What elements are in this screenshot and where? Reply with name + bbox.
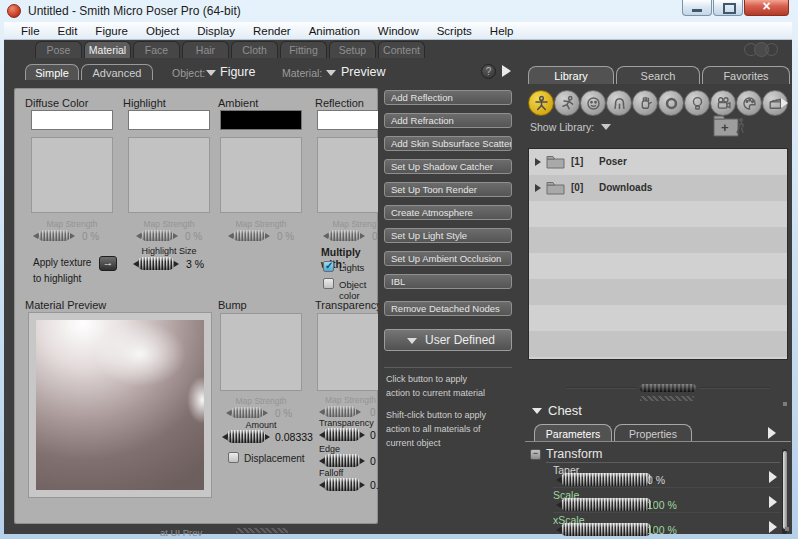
add-refraction-button[interactable]: Add Refraction [384, 113, 512, 128]
param-xscale-value[interactable]: 100 % [647, 524, 677, 536]
reflection-map-strength-value[interactable]: 0 [372, 231, 378, 242]
highlight-size-value[interactable]: 3 % [186, 258, 204, 270]
add-to-library-button[interactable]: + [712, 112, 748, 140]
tab-simple[interactable]: Simple [25, 64, 79, 80]
menu-animation[interactable]: Animation [300, 25, 369, 37]
parameters-menu-icon[interactable] [768, 427, 776, 439]
tab-advanced[interactable]: Advanced [81, 64, 153, 80]
bump-amount-dial[interactable] [222, 430, 270, 443]
transform-collapse-box[interactable] [530, 449, 541, 460]
lights-checkbox[interactable] [323, 261, 334, 272]
object-value[interactable]: Figure [220, 65, 255, 79]
set-up-toon-render-button[interactable]: Set Up Toon Render [384, 182, 512, 197]
bottom-drag-hatch[interactable] [236, 528, 288, 533]
parameters-scrollbar[interactable] [782, 449, 787, 534]
room-tab-fitting[interactable]: Fitting [280, 41, 327, 58]
tab-properties[interactable]: Properties [614, 424, 692, 442]
show-library-dropdown-icon[interactable] [601, 124, 611, 130]
transparency-map-strength-value[interactable]: 0 [370, 407, 376, 418]
transparency-value[interactable]: 0 [370, 429, 376, 441]
help-icon[interactable] [481, 64, 496, 79]
menu-edit[interactable]: Edit [49, 25, 87, 37]
add-skin-subsurface-scattering-button[interactable]: Add Skin Subsurface Scattering [384, 136, 512, 151]
falloff-value[interactable]: 0. [370, 479, 378, 491]
menu-render[interactable]: Render [244, 25, 300, 37]
param-xscale-menu-icon[interactable] [769, 521, 777, 533]
tab-favorites[interactable]: Favorites [702, 66, 790, 84]
param-taper-value[interactable]: 0 % [647, 474, 665, 486]
library-item-poser[interactable]: [1] Poser [529, 149, 787, 175]
create-atmosphere-button[interactable]: Create Atmosphere [384, 205, 512, 220]
ambient-map-strength-dial[interactable] [228, 230, 270, 241]
edge-dial[interactable] [319, 454, 365, 467]
library-drag-hatch[interactable] [640, 396, 694, 401]
room-tab-material[interactable]: Material [84, 41, 131, 58]
library-category-hands-icon[interactable] [632, 90, 658, 116]
highlight-map-strength-dial[interactable] [136, 230, 178, 241]
item-name[interactable]: Poser [599, 156, 627, 167]
material-dropdown-icon[interactable] [326, 70, 336, 76]
displacement-checkbox[interactable] [228, 452, 239, 463]
highlight-map-strength-value[interactable]: 0 % [185, 231, 202, 242]
param-scale-value[interactable]: 100 % [647, 499, 677, 511]
param-xscale-dial[interactable] [556, 523, 656, 536]
menu-window[interactable]: Window [369, 25, 428, 37]
reflection-map-preview[interactable] [317, 137, 378, 213]
transparency-map-preview[interactable] [317, 313, 378, 391]
menu-help[interactable]: Help [481, 25, 523, 37]
bump-amount-value[interactable]: 0.08333 [275, 431, 313, 443]
ambient-color-swatch[interactable] [220, 110, 302, 130]
menu-display[interactable]: Display [188, 25, 244, 37]
room-tab-content[interactable]: Content [378, 41, 425, 58]
room-tab-hair[interactable]: Hair [182, 41, 229, 58]
tab-library[interactable]: Library [528, 66, 614, 84]
expand-arrow-icon[interactable] [535, 184, 541, 192]
param-taper-menu-icon[interactable] [769, 471, 777, 483]
tab-search[interactable]: Search [616, 66, 700, 84]
menu-file[interactable]: File [12, 25, 49, 37]
bump-map-strength-value[interactable]: 0 % [275, 408, 292, 419]
set-up-light-style-button[interactable]: Set Up Light Style [384, 228, 512, 243]
apply-texture-button[interactable] [99, 256, 117, 271]
room-tab-pose[interactable]: Pose [35, 41, 82, 58]
highlight-map-preview[interactable] [128, 137, 210, 213]
dock-corner-handle[interactable] [783, 402, 787, 406]
ambient-map-preview[interactable] [220, 137, 302, 213]
library-category-poses-icon[interactable] [554, 90, 580, 116]
library-category-props-icon[interactable] [658, 90, 684, 116]
diffuse-map-strength-dial[interactable] [33, 230, 75, 241]
reflection-color-swatch[interactable] [317, 110, 378, 130]
room-tab-setup[interactable]: Setup [329, 41, 376, 58]
falloff-dial[interactable] [319, 478, 365, 491]
actor-name[interactable]: Chest [548, 403, 582, 418]
expand-arrow-icon[interactable] [535, 158, 541, 166]
diffuse-map-strength-value[interactable]: 0 % [82, 231, 99, 242]
menu-scripts[interactable]: Scripts [428, 25, 481, 37]
ibl-button[interactable]: IBL [384, 274, 512, 289]
object-dropdown-icon[interactable] [206, 70, 216, 76]
edge-value[interactable]: 0 [370, 455, 376, 467]
close-button[interactable] [744, 0, 789, 16]
library-category-expressions-icon[interactable] [580, 90, 606, 116]
highlight-size-dial[interactable] [133, 257, 179, 270]
bump-map-strength-dial[interactable] [226, 407, 268, 418]
library-category-hair-icon[interactable] [606, 90, 632, 116]
item-name[interactable]: Downloads [599, 182, 652, 193]
user-defined-button[interactable]: User Defined [384, 329, 512, 351]
library-category-figures-icon[interactable] [528, 90, 554, 116]
menu-object[interactable]: Object [137, 25, 188, 37]
set-up-ambient-occlusion-button[interactable]: Set Up Ambient Occlusion [384, 251, 512, 266]
tab-parameters[interactable]: Parameters [534, 424, 612, 442]
panel-expand-icon[interactable] [502, 65, 511, 77]
library-resize-grip[interactable] [640, 384, 696, 392]
ambient-map-strength-value[interactable]: 0 % [277, 231, 294, 242]
add-reflection-button[interactable]: Add Reflection [384, 90, 512, 105]
menu-figure[interactable]: Figure [86, 25, 137, 37]
highlight-color-swatch[interactable] [128, 110, 210, 130]
library-item-downloads[interactable]: [0] Downloads [529, 175, 787, 201]
remove-detached-nodes-button[interactable]: Remove Detached Nodes [384, 301, 512, 316]
diffuse-color-swatch[interactable] [31, 110, 113, 130]
minimize-button[interactable] [682, 0, 712, 16]
maximize-button[interactable] [713, 0, 743, 16]
set-up-shadow-catcher-button[interactable]: Set Up Shadow Catcher [384, 159, 512, 174]
